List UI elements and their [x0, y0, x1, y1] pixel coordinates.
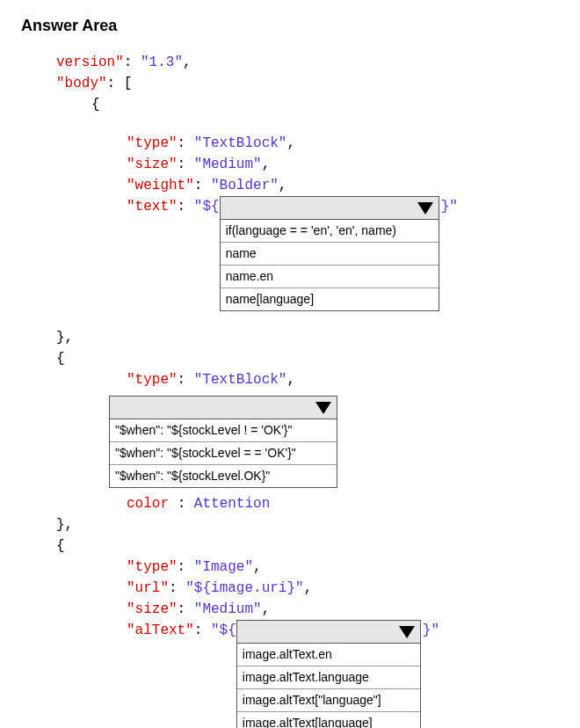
dropdown-trigger[interactable]: [237, 621, 420, 644]
code-line: "url": "${image.uri}",: [127, 578, 559, 599]
dropdown-option[interactable]: name: [221, 243, 439, 266]
code-line: "type": "Image",: [127, 557, 559, 578]
dropdown-option[interactable]: "$when": "${stockLevel = = 'OK'}": [110, 442, 337, 465]
dropdown-option[interactable]: image.altText.language: [237, 666, 420, 689]
code-line: "weight": "Bolder",: [127, 175, 559, 196]
code-line-dropdown: "text": "${ if(language = = 'en', 'en', …: [127, 196, 559, 311]
dropdown-text-expression[interactable]: if(language = = 'en', 'en', name) name n…: [220, 196, 439, 311]
dropdown-trigger[interactable]: [110, 397, 337, 419]
code-line: },: [56, 514, 559, 535]
code-line: "size": "Medium",: [127, 599, 559, 620]
chevron-down-icon: [315, 402, 331, 414]
dropdown-when-expression[interactable]: "$when": "${stockLevel ! = 'OK'}" "$when…: [109, 396, 337, 488]
dropdown-option[interactable]: if(language = = 'en', 'en', name): [221, 220, 439, 243]
code-line: "size": "Medium",: [127, 154, 559, 175]
code-line: color : Attention: [127, 493, 559, 514]
code-line-dropdown: "alText": "${ image.altText.en image.alt…: [127, 620, 559, 728]
chevron-down-icon: [417, 202, 433, 215]
dropdown-option[interactable]: "$when": "${stockLevel ! = 'OK'}": [110, 419, 337, 442]
code-line: version": "1.3",: [56, 52, 559, 73]
dropdown-option[interactable]: image.altText["language"]: [237, 689, 420, 712]
code-line: },: [56, 327, 559, 348]
dropdown-alttext-expression[interactable]: image.altText.en image.altText.language …: [236, 620, 421, 728]
dropdown-option[interactable]: image.altText.en: [237, 644, 420, 666]
key-body: "body": [56, 76, 107, 91]
code-line: {: [91, 94, 559, 115]
code-line: {: [56, 535, 559, 557]
dropdown-option[interactable]: image.altText[language]: [237, 712, 420, 728]
dropdown-option[interactable]: "$when": "${stockLevel.OK}": [110, 465, 337, 487]
code-line: "type": "TextBlock",: [127, 369, 559, 390]
code-line: "type": "TextBlock",: [127, 133, 559, 154]
chevron-down-icon: [399, 626, 415, 638]
dropdown-option[interactable]: name.en: [221, 266, 439, 288]
code-line: "body": [: [56, 73, 559, 94]
key-version: version": [56, 55, 124, 70]
dropdown-option[interactable]: name[language]: [221, 288, 439, 310]
page-title: Answer Area: [21, 14, 559, 38]
dropdown-trigger[interactable]: [221, 197, 439, 220]
code-line: {: [56, 348, 559, 369]
